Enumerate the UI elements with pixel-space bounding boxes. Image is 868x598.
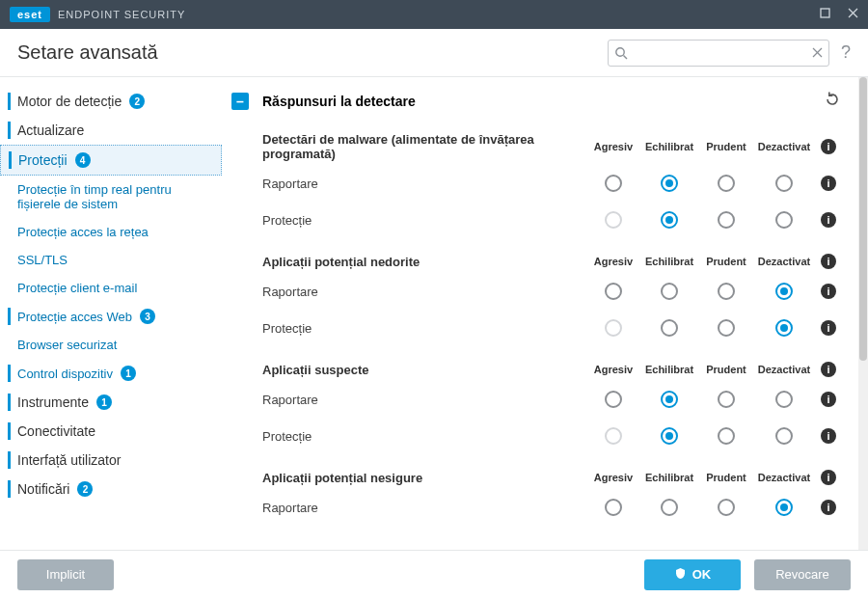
sidebar-item-label: Protecții [18, 152, 68, 168]
svg-text:i: i [827, 177, 829, 189]
radio-option[interactable] [588, 427, 638, 445]
svg-rect-0 [821, 9, 829, 17]
info-icon[interactable]: i [816, 392, 841, 407]
sidebar-item-label: Notificări [17, 481, 69, 497]
column-label: Prudent [700, 364, 752, 375]
column-label: Agresiv [588, 256, 638, 267]
radio-option[interactable] [700, 211, 752, 229]
info-icon[interactable]: i [816, 500, 841, 515]
sidebar-item-13[interactable]: Notificări2 [0, 475, 222, 503]
radio-option[interactable] [752, 499, 816, 516]
sidebar-item-7[interactable]: Protecție acces Web3 [0, 302, 222, 331]
column-labels: AgresivEchilibratPrudentDezactivati [588, 254, 841, 269]
radio-option[interactable] [638, 175, 700, 192]
window-controls [820, 8, 858, 21]
radio-option[interactable] [638, 211, 700, 229]
sidebar-item-label: Instrumente [17, 394, 89, 410]
default-button[interactable]: Implicit [17, 559, 114, 590]
radio-option[interactable] [588, 211, 638, 229]
radio-option[interactable] [588, 283, 638, 300]
setting-label: Protecție [262, 321, 312, 336]
sidebar-item-4[interactable]: Protecție acces la rețea [0, 218, 222, 246]
svg-text:i: i [827, 364, 829, 375]
brand-badge: eset [10, 7, 50, 22]
svg-text:i: i [827, 285, 829, 297]
column-label: Dezactivat [752, 364, 816, 375]
radio-option[interactable] [700, 319, 752, 337]
radio-option[interactable] [700, 427, 752, 445]
radio-option[interactable] [588, 391, 638, 408]
radio-option[interactable] [752, 319, 816, 337]
radio-option[interactable] [638, 283, 700, 300]
radio-option[interactable] [700, 391, 752, 408]
scrollbar-thumb[interactable] [859, 77, 867, 361]
collapse-icon[interactable]: – [231, 93, 249, 110]
content-area: – Răspunsuri la detectare Detectări de m… [222, 77, 858, 550]
sidebar-item-1[interactable]: Actualizare [0, 116, 222, 145]
radio-option[interactable] [638, 391, 700, 408]
info-icon[interactable]: i [816, 139, 841, 154]
column-label: Dezactivat [752, 472, 816, 483]
info-icon[interactable]: i [816, 320, 841, 336]
window-close-icon[interactable] [848, 8, 858, 21]
sidebar-badge: 3 [140, 309, 155, 324]
radio-option[interactable] [700, 175, 752, 192]
radio-option[interactable] [752, 391, 816, 408]
sidebar-item-2[interactable]: Protecții4 [0, 145, 222, 176]
radio-option[interactable] [638, 319, 700, 337]
sidebar-item-label: Browser securizat [17, 338, 117, 352]
sidebar-item-6[interactable]: Protecție client e-mail [0, 274, 222, 302]
svg-text:i: i [827, 502, 829, 513]
column-label: Echilibrat [638, 256, 700, 267]
info-icon[interactable]: i [816, 176, 841, 191]
radio-option[interactable] [752, 211, 816, 229]
window-maximize-icon[interactable] [820, 8, 830, 21]
setting-row: Raportarei [262, 381, 841, 418]
svg-text:i: i [827, 472, 829, 483]
radio-option[interactable] [588, 499, 638, 516]
radio-group: i [588, 283, 841, 300]
scrollbar[interactable] [858, 77, 868, 550]
cancel-button[interactable]: Revocare [754, 559, 851, 590]
setting-row: Protecției [262, 310, 841, 346]
sidebar-item-11[interactable]: Conectivitate [0, 417, 222, 446]
sidebar-item-8[interactable]: Browser securizat [0, 331, 222, 359]
titlebar: eset ENDPOINT SECURITY [0, 0, 868, 29]
sidebar: Motor de detecție2ActualizareProtecții4P… [0, 77, 222, 550]
clear-search-icon[interactable] [812, 47, 823, 58]
ok-button[interactable]: OK [644, 559, 741, 590]
radio-option[interactable] [700, 499, 752, 516]
search-box[interactable] [608, 40, 829, 67]
info-icon[interactable]: i [816, 470, 841, 485]
sidebar-item-label: Control dispozitiv [17, 367, 113, 381]
reset-icon[interactable] [824, 91, 841, 111]
sidebar-item-5[interactable]: SSL/TLS [0, 246, 222, 274]
sidebar-item-3[interactable]: Protecție în timp real pentru fișierele … [0, 176, 222, 218]
sidebar-badge: 2 [129, 94, 145, 109]
sidebar-item-12[interactable]: Interfață utilizator [0, 446, 222, 475]
radio-option[interactable] [638, 427, 700, 445]
radio-option[interactable] [752, 283, 816, 300]
sidebar-item-9[interactable]: Control dispozitiv1 [0, 359, 222, 388]
column-label: Prudent [700, 472, 752, 483]
sidebar-item-0[interactable]: Motor de detecție2 [0, 87, 222, 116]
radio-option[interactable] [588, 175, 638, 192]
info-icon[interactable]: i [816, 428, 841, 444]
radio-option[interactable] [752, 175, 816, 192]
column-labels: AgresivEchilibratPrudentDezactivati [588, 470, 841, 485]
info-icon[interactable]: i [816, 284, 841, 299]
info-icon[interactable]: i [816, 254, 841, 269]
column-label: Prudent [700, 141, 752, 152]
help-icon[interactable]: ? [841, 42, 851, 63]
sidebar-item-10[interactable]: Instrumente1 [0, 388, 222, 417]
info-icon[interactable]: i [816, 362, 841, 377]
info-icon[interactable]: i [816, 212, 841, 228]
search-input[interactable] [628, 45, 812, 60]
column-label: Dezactivat [752, 141, 816, 152]
radio-option[interactable] [588, 319, 638, 337]
radio-option[interactable] [700, 283, 752, 300]
column-label: Echilibrat [638, 472, 700, 483]
section-header: – Răspunsuri la detectare [231, 85, 841, 117]
radio-option[interactable] [638, 499, 700, 516]
radio-option[interactable] [752, 427, 816, 445]
